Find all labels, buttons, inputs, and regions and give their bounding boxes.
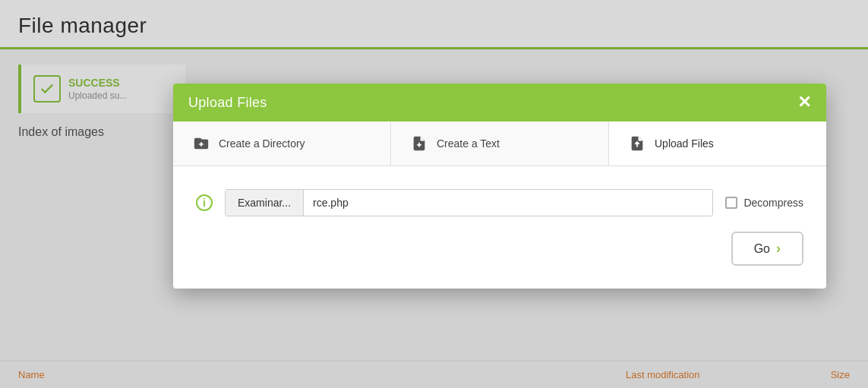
tab-create-directory[interactable]: Create a Directory — [173, 121, 391, 166]
modal-body: i Examinar... Decompress Go › — [173, 166, 826, 289]
modal-header: Upload Files ✕ — [173, 84, 826, 121]
go-chevron-icon: › — [776, 241, 781, 257]
tab-create-text[interactable]: Create a Text — [391, 121, 609, 166]
browse-button[interactable]: Examinar... — [226, 190, 304, 216]
tab-create-text-label: Create a Text — [437, 137, 500, 150]
tab-create-directory-label: Create a Directory — [219, 137, 305, 150]
decompress-group: Decompress — [725, 197, 803, 209]
folder-plus-icon — [191, 134, 211, 153]
info-icon[interactable]: i — [196, 194, 213, 211]
modal-title: Upload Files — [188, 95, 267, 111]
upload-icon — [627, 134, 647, 153]
tab-upload-files-label: Upload Files — [655, 137, 714, 150]
decompress-checkbox[interactable] — [725, 197, 737, 209]
file-input-group: Examinar... — [225, 189, 713, 216]
go-button[interactable]: Go › — [731, 232, 803, 266]
modal-tabs: Create a Directory Create a Text — [173, 121, 826, 166]
upload-row: i Examinar... Decompress — [196, 189, 803, 216]
file-name-input[interactable] — [304, 190, 712, 216]
modal-close-button[interactable]: ✕ — [797, 94, 811, 111]
tab-upload-files[interactable]: Upload Files — [609, 121, 826, 166]
page-background: File manager SUCCESS Uploaded su... Inde… — [0, 0, 868, 388]
go-label: Go — [754, 242, 770, 256]
upload-files-modal: Upload Files ✕ Create a Directory — [173, 84, 826, 289]
file-plus-icon — [409, 134, 429, 153]
go-row: Go › — [196, 232, 803, 266]
decompress-label: Decompress — [743, 197, 803, 209]
